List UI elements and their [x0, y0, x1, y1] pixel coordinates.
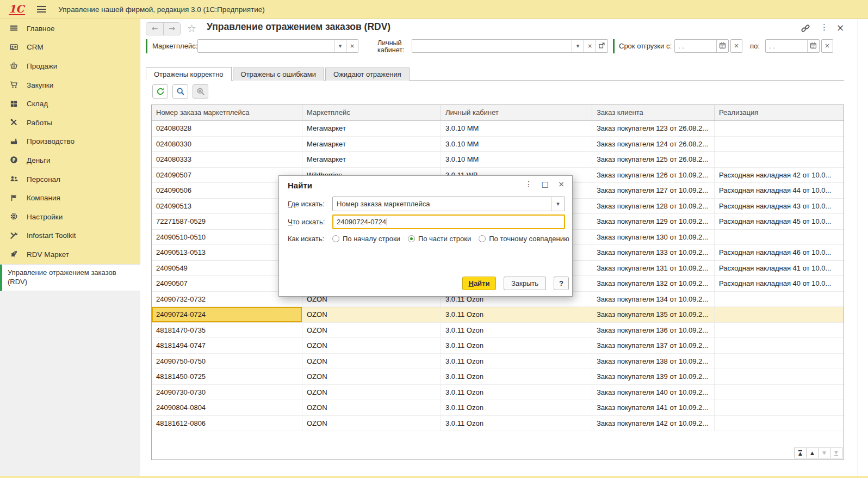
column-header[interactable]: Личный кабинет: [441, 105, 592, 120]
more-actions-icon[interactable]: ⋮: [820, 22, 828, 32]
tab-awaiting-reflection[interactable]: Ожидают отражения: [325, 68, 410, 81]
table-cell: [715, 152, 844, 167]
sidebar-item-purchases[interactable]: Закупки: [0, 76, 140, 95]
table-cell: Заказ покупателя 135 от 10.09.2...: [592, 307, 715, 322]
radio-option[interactable]: По началу строки: [332, 235, 400, 243]
radio-option[interactable]: По точному совпадению: [479, 235, 569, 243]
table-cell: [715, 121, 844, 136]
get-link-icon[interactable]: [801, 23, 811, 34]
sidebar-item-settings[interactable]: Настройки: [0, 207, 140, 226]
forward-button[interactable]: →: [163, 23, 180, 35]
back-button[interactable]: ←: [146, 23, 163, 35]
ship-date-to-input[interactable]: . .: [765, 39, 820, 53]
open-list-icon[interactable]: [596, 40, 607, 52]
clear-icon[interactable]: ×: [346, 40, 358, 52]
table-row[interactable]: 48181612-0806OZON3.0.11 OzonЗаказ покупа…: [152, 416, 844, 432]
app-window: { "titlebar": { "app_title": "Управление…: [0, 0, 868, 478]
table-cell: Заказ покупателя 131 от 10.09.2...: [592, 261, 715, 276]
table-cell: [715, 400, 844, 415]
table-row[interactable]: 024080328Мегамаркет3.0.10 ММЗаказ покупа…: [152, 121, 844, 137]
table-cell: [715, 416, 844, 431]
sidebar-item-infostart-toolkit[interactable]: Infostart Toolkit: [0, 226, 140, 246]
scroll-down-button[interactable]: ▼: [818, 448, 830, 458]
calendar-icon[interactable]: [807, 40, 819, 52]
toolkit-icon: [10, 231, 18, 240]
svg-text:₽: ₽: [13, 157, 16, 163]
radio-icon: [332, 235, 339, 242]
account-combobox[interactable]: ▾ ×: [412, 39, 608, 53]
what-input[interactable]: 24090724-0724: [332, 215, 565, 229]
sidebar-item-label: Компания: [27, 194, 60, 202]
search-button[interactable]: [172, 84, 188, 99]
table-cell: Расходная накладная 40 от 10.0...: [715, 276, 844, 291]
dialog-maximize-icon[interactable]: □: [540, 180, 550, 188]
dropdown-arrow-icon[interactable]: ▾: [572, 40, 584, 52]
open-window-item[interactable]: Управление отражением заказов (RDV): [0, 264, 140, 291]
table-row[interactable]: 024080333Мегамаркет3.0.10 ММЗаказ покупа…: [152, 152, 844, 168]
scroll-bottom-button[interactable]: ▼: [830, 448, 842, 458]
search-cancel-button[interactable]: [193, 84, 208, 99]
table-row[interactable]: 024080330Мегамаркет3.0.10 ММЗаказ покупа…: [152, 137, 844, 152]
dialog-title: Найти: [288, 181, 312, 190]
marketplace-combobox[interactable]: ▾ ×: [197, 39, 358, 53]
table-cell: 3.0.11 Ozon: [441, 307, 592, 322]
column-header[interactable]: Заказ клиента: [592, 105, 715, 120]
table-row[interactable]: 48181470-0735OZON3.0.11 OzonЗаказ покупа…: [152, 323, 844, 339]
ship-date-from-input[interactable]: . .: [674, 39, 729, 53]
clear-icon[interactable]: ×: [584, 40, 596, 52]
sidebar-item-crm[interactable]: CRM: [0, 38, 140, 57]
calendar-icon[interactable]: [716, 40, 728, 52]
table-row[interactable]: 24090750-0750OZON3.0.11 OzonЗаказ покупа…: [152, 354, 844, 370]
dropdown-arrow-icon[interactable]: ▾: [334, 40, 346, 52]
table-cell: OZON: [302, 400, 441, 415]
tab-reflected-correctly[interactable]: Отражены корректно: [146, 67, 232, 81]
sidebar-item-works[interactable]: Работы: [0, 113, 140, 132]
table-row[interactable]: 24090730-0730OZON3.0.11 OzonЗаказ покупа…: [152, 385, 844, 401]
people-icon: [10, 175, 18, 183]
table-row[interactable]: 24090724-0724OZON3.0.11 OzonЗаказ покупа…: [152, 307, 844, 323]
table-cell: Заказ покупателя 141 от 10.09.2...: [592, 400, 715, 415]
where-combobox[interactable]: Номер заказа маркетплейса ▾: [332, 197, 565, 211]
main-menu-icon[interactable]: [37, 6, 46, 13]
table-cell: [715, 354, 844, 369]
search-cancel-icon: [196, 87, 205, 96]
sidebar-item-sales[interactable]: Продажи: [0, 57, 140, 76]
table-cell: 3.0.11 Ozon: [441, 354, 592, 369]
dialog-close-icon[interactable]: ×: [556, 180, 566, 188]
close-form-icon[interactable]: ×: [836, 22, 844, 33]
scroll-up-button[interactable]: ▲: [806, 448, 819, 458]
column-header[interactable]: Номер заказа маркетплейса: [152, 105, 302, 120]
close-button[interactable]: Закрыть: [504, 277, 546, 290]
tab-reflected-with-errors[interactable]: Отражены с ошибками: [233, 68, 324, 81]
dropdown-arrow-icon[interactable]: ▾: [551, 197, 565, 211]
table-row[interactable]: 48181450-0725OZON3.0.11 OzonЗаказ покупа…: [152, 369, 844, 385]
table-cell: 3.0.11 Ozon: [441, 323, 592, 338]
column-header[interactable]: Реализация: [715, 105, 844, 120]
sidebar-item-label: Персонал: [27, 175, 60, 183]
sidebar-item-rdv-market[interactable]: RDV Маркет: [0, 245, 140, 264]
scroll-top-button[interactable]: ▲: [794, 448, 807, 458]
cart-icon: [10, 81, 18, 89]
sidebar-item-production[interactable]: Производство: [0, 132, 140, 151]
table-row[interactable]: 48181494-0747OZON3.0.11 OzonЗаказ покупа…: [152, 338, 844, 354]
sidebar-item-company[interactable]: Компания: [0, 188, 140, 207]
sidebar-item-main[interactable]: Главное: [0, 19, 140, 38]
sidebar-item-staff[interactable]: Персонал: [0, 170, 140, 189]
table-cell: Мегамаркет: [302, 152, 441, 167]
column-header[interactable]: Маркетплейс: [302, 105, 441, 120]
refresh-button[interactable]: [152, 84, 168, 99]
sidebar-item-label: Деньги: [27, 156, 51, 164]
radio-option[interactable]: По части строки: [408, 235, 471, 243]
add-favorite-star-icon[interactable]: ☆: [187, 22, 196, 34]
radio-label: По части строки: [418, 235, 471, 243]
help-button[interactable]: ?: [554, 277, 569, 290]
sidebar-item-money[interactable]: ₽Деньги: [0, 151, 140, 170]
clear-icon[interactable]: ×: [730, 39, 742, 53]
sidebar-item-warehouse[interactable]: Склад: [0, 94, 140, 113]
dialog-more-icon[interactable]: ⋮: [524, 180, 534, 188]
find-button[interactable]: Найти: [462, 277, 496, 290]
table-row[interactable]: 24090804-0804OZON3.0.11 OzonЗаказ покупа…: [152, 400, 844, 416]
open-window-label: Управление отражением заказов (RDV): [8, 268, 116, 286]
sidebar-menu: ГлавноеCRMПродажиЗакупкиСкладРаботыПроиз…: [0, 19, 140, 264]
clear-icon[interactable]: ×: [821, 39, 833, 53]
